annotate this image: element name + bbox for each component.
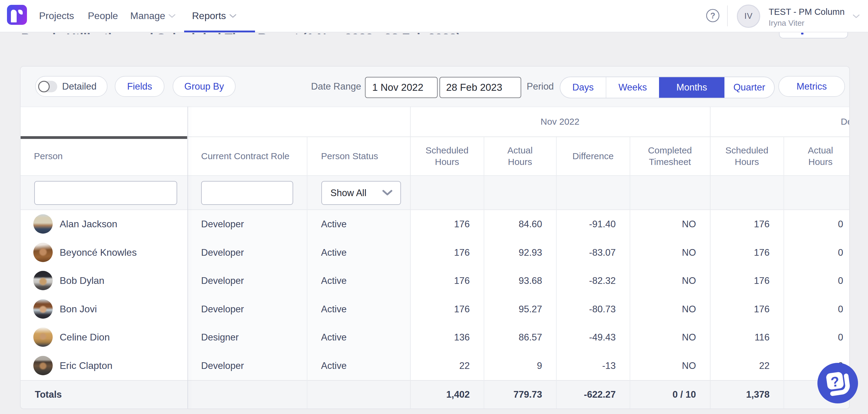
svg-text:?: ? (710, 11, 715, 20)
